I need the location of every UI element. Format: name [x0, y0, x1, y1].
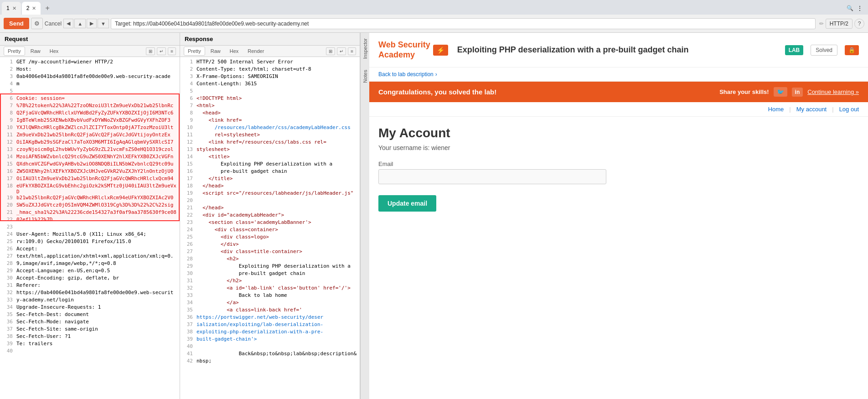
request-line-11: 11 Zm9ueVxDb21wb25lbnRcQ2FjaGVcQ2FjaGVcJ… [0, 132, 180, 139]
response-line-22: 22 <div id="academyLabHeader"> [180, 212, 360, 219]
response-tab-raw[interactable]: Raw [207, 47, 224, 55]
response-line-35: 35 <a class=link-back href=' [180, 307, 360, 314]
response-line-16: 16 pre-built gadget chain [180, 168, 360, 176]
nav-up-button[interactable]: ▲ [74, 19, 86, 28]
request-tab-hex[interactable]: Hex [46, 47, 62, 55]
back-link-arrow: › [435, 71, 437, 78]
share-section: Share your skills! 🐦 in Continue learnin… [719, 87, 859, 97]
email-label: Email [378, 161, 859, 167]
request-line-5: 5 [0, 88, 180, 95]
nav-back-button[interactable]: ◀ [63, 19, 73, 28]
request-tab-icons: ⊞ ↵ ≡ [146, 47, 176, 55]
request-line-25: 25 rv:109.0) Gecko/20100101 Firefox/115.… [0, 238, 180, 246]
request-line-32: 32 https://0ab4006e041bd4a9801fa8fe00de0… [0, 290, 180, 297]
response-more-icon[interactable]: ≡ [348, 47, 356, 55]
response-tab-hex[interactable]: Hex [226, 47, 243, 55]
email-input[interactable] [378, 169, 606, 184]
continue-learning-link[interactable]: Continue learning » [807, 88, 859, 95]
tab-1-close[interactable]: ✕ [12, 5, 16, 11]
request-line-26: 26 Accept: [0, 246, 180, 253]
response-line-19: 19 <script src="/resources/labheader/js/… [180, 190, 360, 197]
request-line-19: 19 b21wb25lbnRcQ2FjaGVcQWRhcHRlclxRcm94e… [0, 195, 180, 202]
response-line-31: 31 </h2> [180, 278, 360, 285]
request-line-2: 2 Host: [0, 66, 180, 73]
request-line-12: 12 OiIAKgBwb29sSGFzaCl7aToXO3M6MTI6IgAqA… [0, 139, 180, 146]
request-panel: Request Pretty Raw Hex ⊞ ↵ ≡ 1 [0, 33, 180, 399]
inspector-tab[interactable]: Inspector [362, 35, 369, 62]
request-tabs: Pretty Raw Hex ⊞ ↵ ≡ [0, 46, 180, 57]
response-line-13: 13 stylesheet> [180, 146, 360, 154]
wsa-title-block: Exploiting PHP deserialization with a pr… [457, 45, 785, 55]
tab-2-close[interactable]: ✕ [32, 5, 36, 11]
back-link-text: Back to lab description [378, 71, 434, 78]
send-button[interactable]: Send [4, 18, 29, 29]
request-tab-pretty[interactable]: Pretty [4, 47, 25, 56]
request-line-23: 23 [0, 224, 180, 231]
request-line-29: 29 Accept-Language: en-US,en;q=0.5 [0, 268, 180, 275]
notes-tab[interactable]: Notes [362, 66, 369, 87]
gear-button[interactable]: ⚙ [31, 18, 43, 29]
email-form-group: Email [378, 161, 859, 184]
url-bar: Target: https://0ab4006e041bd4a9801fa8fe… [111, 18, 816, 29]
request-tab-raw[interactable]: Raw [27, 47, 44, 55]
request-line-28: 28 9,image/avif,image/webp,*/*;q=0.8 [0, 260, 180, 268]
request-line-13: 13 czoyNjoicm0gL2hvbWUvYyZybG9zZL21vcmFs… [0, 146, 180, 154]
nav-my-account-link[interactable]: My account [796, 106, 827, 113]
request-wrap-icon[interactable]: ⊞ [146, 47, 155, 55]
response-line-24: 24 <div class=container> [180, 227, 360, 234]
back-link[interactable]: Back to lab description › [369, 67, 868, 82]
response-line-12: 12 <link href=/resources/css/labs.css re… [180, 139, 360, 146]
response-line-8: 8 <head> [180, 110, 360, 117]
browser-tab-2[interactable]: 2 ✕ [22, 2, 41, 15]
cancel-button[interactable]: Cancel [45, 21, 62, 27]
request-line-38: 38 Sec-Fetch-User: ?1 [0, 333, 180, 341]
response-line-7: 7 <html> [180, 103, 360, 110]
req-res-split: Request Pretty Raw Hex ⊞ ↵ ≡ 1 [0, 33, 360, 399]
nav-home-link[interactable]: Home [768, 106, 784, 113]
response-header: Response [180, 33, 360, 46]
congrats-banner: Congratulations, you solved the lab! Sha… [369, 82, 868, 102]
browser-tab-1[interactable]: 1 ✕ [2, 2, 21, 15]
request-line-30: 30 Accept-Encoding: gzip, deflate, br [0, 275, 180, 282]
wsa-logo-icon: ⚡ [433, 45, 448, 56]
request-content[interactable]: 1 GET /my-account?id=wiener HTTP/2 2 Hos… [0, 57, 180, 399]
wsa-logo-line1: Web Security [378, 40, 430, 49]
help-button[interactable]: ? [854, 19, 864, 29]
response-line-4: 4 Content-Length: 3615 [180, 81, 360, 88]
http-version-badge[interactable]: HTTP/2 [826, 19, 852, 29]
response-tab-render[interactable]: Render [244, 47, 268, 55]
browser-menu-icon[interactable]: ⋮ [857, 5, 866, 11]
nav-down-button[interactable]: ▼ [98, 19, 109, 28]
request-line-14: 14 MzoiAFN5bWZvbnlcQ29tcG9uZW50XENhY2hlX… [0, 154, 180, 161]
wsa-logo-line2: Academy [378, 50, 415, 59]
twitter-icon[interactable]: 🐦 [774, 87, 787, 97]
solved-badge[interactable]: Solved [811, 45, 837, 56]
response-line-40: 40 [180, 343, 360, 351]
response-ln-icon[interactable]: ↵ [337, 47, 346, 55]
response-line-27: 27 <div class=title-container> [180, 249, 360, 256]
nav-forward-button[interactable]: ▶ [87, 19, 97, 28]
new-tab-button[interactable]: + [41, 2, 53, 14]
nav-log-out-link[interactable]: Log out [839, 106, 859, 113]
username-text: Your username is: wiener [378, 144, 859, 151]
response-line-3: 3 X-Frame-Options: SAMEORIGIN [180, 73, 360, 81]
pencil-icon[interactable]: ✏ [819, 21, 824, 27]
request-ln-icon[interactable]: ↵ [157, 47, 166, 55]
response-tab-pretty[interactable]: Pretty [184, 47, 205, 56]
request-line-1: 1 GET /my-account?id=wiener HTTP/2 [0, 59, 180, 66]
nav-separator-2: | [832, 106, 833, 113]
request-more-icon[interactable]: ≡ [168, 47, 176, 55]
response-line-14: 14 <title> [180, 154, 360, 161]
response-wrap-icon[interactable]: ⊞ [326, 47, 335, 55]
response-line-32: 32 <a id='lab-link' class='button' href=… [180, 285, 360, 292]
wsa-logo-text: Web Security Academy [378, 40, 430, 60]
update-email-button[interactable]: Update email [378, 195, 436, 212]
browser-search-icon[interactable]: 🔍 [847, 5, 857, 11]
response-line-37: 37 ialization/exploiting/lab-deserializa… [180, 321, 360, 329]
response-content[interactable]: 1 HTTP/2 500 Internal Server Error 2 Con… [180, 57, 360, 399]
lock-badge: 🔒 [845, 45, 859, 55]
burp-panel: Request Pretty Raw Hex ⊞ ↵ ≡ 1 [0, 33, 360, 399]
lab-badges: LAB Solved 🔒 [785, 45, 859, 56]
request-line-24: 24 User-Agent: Mozilla/5.0 (X11; Linux x… [0, 231, 180, 238]
linkedin-icon[interactable]: in [792, 88, 803, 97]
